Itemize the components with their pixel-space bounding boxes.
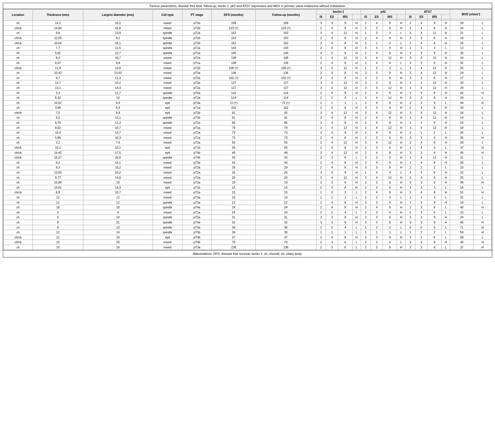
table-cell: H (352, 40, 361, 46)
table-cell: 13,7 (83, 130, 153, 135)
table-cell: 4 (326, 25, 338, 31)
table-cell: pT3b (182, 230, 212, 235)
table-cell: H (442, 175, 450, 180)
table-cell: H (352, 56, 361, 61)
table-cell: 15 (256, 185, 316, 190)
table-cell: 8,9 (83, 110, 153, 115)
table-cell: 3 (361, 46, 371, 51)
table-cell: 1 (371, 40, 383, 46)
table-cell: H (352, 75, 361, 80)
table-cell: 136 (256, 71, 316, 76)
table-cell: pT3a (182, 200, 212, 205)
table-cell: 3 (371, 135, 383, 140)
table-cell: 140 (256, 50, 316, 56)
table-cell: 4 (326, 235, 338, 240)
table-cell: 8 (383, 100, 397, 105)
table-cell: 40 (450, 205, 473, 210)
table-cell: H (397, 235, 406, 240)
table-cell: mixed (153, 180, 182, 185)
table-cell: 2 (406, 105, 415, 110)
table-cell: 2 (406, 190, 415, 195)
table-cell: 2 (361, 100, 371, 105)
table-cell: 3 (326, 155, 338, 160)
table-cell: mixed (153, 240, 182, 245)
table-cell: 4 (415, 110, 427, 115)
table-cell: 12 (338, 125, 352, 130)
table-cell: pT2a (182, 85, 212, 90)
table-cell: 8 (427, 190, 441, 195)
table-cell: 14,8 (83, 175, 153, 180)
table-cell: 140 (212, 50, 255, 56)
table-row: ch510spindlepT2a3131339H236H339H24L (3, 215, 492, 220)
table-cell: 6,32 (33, 95, 83, 101)
table-cell: 8 (338, 165, 352, 170)
table-cell: 12 (83, 200, 153, 205)
table-cell: L (473, 85, 492, 90)
table-cell: mixed (153, 245, 182, 250)
table-cell: H (352, 21, 361, 26)
table-cell: 2 (316, 46, 326, 51)
table-cell: 3 (406, 71, 415, 76)
table-cell: 9 (83, 210, 153, 215)
table-cell: 11,7 (83, 90, 153, 95)
table-cell: 13.02 (83, 71, 153, 76)
table-cell: 9,3 (33, 165, 83, 170)
table-cell: H (442, 115, 450, 120)
table-cell: 106 (†) (212, 65, 255, 71)
table-row: ch1616spindlepT4a2424248H248H236L40H (3, 205, 492, 210)
table-cell: spindle (153, 46, 182, 51)
table-cell: 44 (450, 100, 473, 105)
table-cell: H (397, 120, 406, 125)
table-cell: 6,47 (33, 60, 83, 65)
table-cell: 102 (†) (256, 75, 316, 80)
table-cell: 2 (406, 25, 415, 31)
table-row: ch5,8112,7spindlepT1a140140428H248H339H2… (3, 50, 492, 56)
table-cell: 4 (415, 85, 427, 90)
table-row: ch/cb14,4517,5epitpT4b49493412H248H339H4… (3, 150, 492, 155)
table-cell: H (442, 60, 450, 65)
table-cell: 2 (427, 165, 441, 170)
header-beclin1: beclin-1 (316, 9, 361, 14)
table-row: ch9,315,2mixedpT2a2929248H339H222L15L (3, 165, 492, 170)
table-cell: 4 (415, 105, 427, 110)
table-cell: 4 (326, 85, 338, 90)
table-cell: ch (3, 215, 33, 220)
table-cell: 14,3 (83, 185, 153, 190)
table-cell: pT3a (182, 195, 212, 200)
table-cell: 4 (338, 210, 352, 215)
table-cell: 18 (83, 180, 153, 185)
table-cell: 8 (338, 25, 352, 31)
table-cell: ch/cb (3, 65, 33, 71)
table-cell: H (397, 115, 406, 120)
table-cell: L (442, 225, 450, 230)
table-cell: 4 (371, 160, 383, 165)
table-cell: spindle (153, 40, 182, 46)
header-atg7-es: ES (415, 14, 427, 19)
table-cell: pT1b (182, 185, 212, 190)
table-cell: 2 (316, 200, 326, 205)
table-cell: 2 (406, 130, 415, 135)
table-cell: 3 (406, 240, 415, 245)
table-row: ch/cb14,8416,8mixedpT2b123 (†)123 (†)248… (3, 25, 492, 31)
table-cell: H (352, 130, 361, 135)
table-cell: 114 (212, 95, 255, 101)
table-cell: 3 (316, 140, 326, 145)
table-cell: L (442, 205, 450, 210)
table-cell: mixed (153, 190, 182, 195)
table-cell: ch (3, 210, 33, 215)
table-cell: 3 (361, 175, 371, 180)
table-cell: 4 (338, 95, 352, 101)
table-cell: 45 (450, 220, 473, 225)
table-cell: ch (3, 50, 33, 56)
table-cell: 14,45 (33, 150, 83, 155)
table-cell: 9 (383, 130, 397, 135)
table-cell: ch (3, 200, 33, 205)
table-cell: 12,7 (83, 50, 153, 56)
table-row: ch10,313,7mixedpT2a7373339H249H212L26L (3, 130, 492, 135)
table-cell: 12 (383, 125, 397, 130)
table-cell: 12 (427, 110, 441, 115)
table-cell: 9 (338, 75, 352, 80)
table-cell: 36 (256, 230, 316, 235)
table-cell: ch (3, 105, 33, 110)
header-p62-es: ES (371, 14, 383, 19)
